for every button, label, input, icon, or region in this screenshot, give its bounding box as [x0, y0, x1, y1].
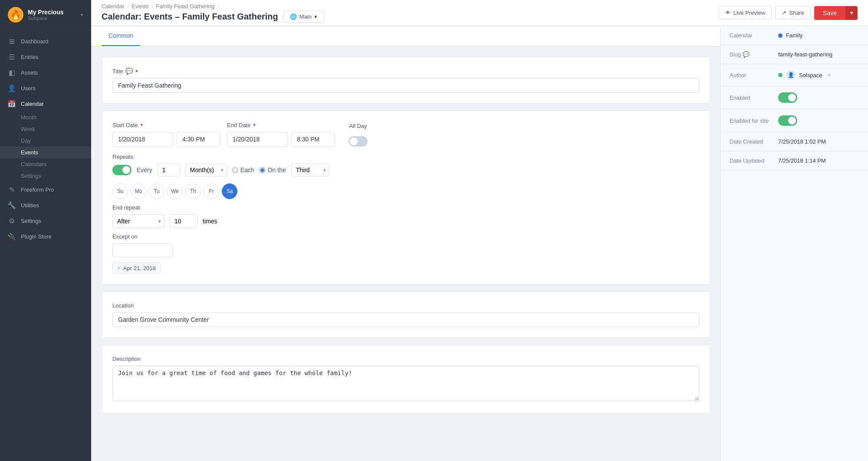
sidebar-item-label: Settings [21, 218, 83, 224]
end-date-input[interactable] [227, 132, 288, 147]
entries-icon: ☰ [8, 53, 16, 61]
utilities-icon: 🔧 [8, 201, 16, 209]
title-input[interactable] [112, 78, 699, 93]
start-time-input[interactable] [177, 132, 220, 147]
slug-field-value: family-feast-gathering [778, 51, 832, 58]
save-button[interactable]: Save [814, 6, 845, 20]
third-select[interactable]: First Second Third Fourth Last [291, 163, 329, 177]
breadcrumb-sep: › [127, 3, 129, 10]
sidebar-item-day[interactable]: Day [21, 135, 91, 147]
day-btn-su[interactable]: Su [112, 183, 128, 199]
author-row: Author 👤 Solspace × [721, 64, 868, 86]
page-title-area: Calendar: Events – Family Feast Gatherin… [102, 10, 712, 23]
enabled-for-site-toggle[interactable] [778, 115, 797, 126]
end-time-input[interactable] [291, 132, 335, 147]
tabs: Common [91, 26, 720, 46]
date-created-label: Date Created [730, 138, 773, 145]
sidebar-item-label: Freeform Pro [21, 186, 83, 193]
topbar: Calendar › Events › Family Feast Gatheri… [91, 0, 868, 26]
assets-icon: ◧ [8, 69, 16, 76]
remove-except-tag-button[interactable]: × [117, 265, 121, 271]
enabled-field-label: Enabled [730, 95, 773, 101]
sidebar-item-utilities[interactable]: 🔧 Utilities [0, 197, 91, 213]
day-btn-th[interactable]: Th [185, 183, 201, 199]
sidebar-item-calendars[interactable]: Calendars [21, 158, 91, 170]
slug-info-icon[interactable]: 💬 [743, 51, 750, 58]
times-input[interactable] [170, 214, 197, 228]
date-created-row: Date Created 7/25/2018 1:02 PM [721, 132, 868, 151]
on-the-radio-label[interactable]: On the [260, 167, 286, 173]
live-preview-button[interactable]: 👁 Live Preview [719, 6, 772, 20]
dashboard-icon: ⊞ [8, 37, 16, 45]
author-online-dot [778, 73, 783, 77]
sidebar-item-users[interactable]: 👤 Users [0, 80, 91, 96]
slug-row: Slug 💬 family-feast-gathering [721, 45, 868, 64]
sidebar-item-assets[interactable]: ◧ Assets [0, 65, 91, 80]
tab-common[interactable]: Common [102, 26, 140, 46]
save-dropdown-button[interactable]: ▾ [845, 6, 858, 20]
form-area: Common Title 💬 • [91, 26, 720, 461]
calendar-field-value: Family [778, 32, 802, 39]
breadcrumb-calendar[interactable]: Calendar [102, 3, 125, 10]
allday-toggle[interactable] [349, 136, 368, 147]
freeform-icon: ✎ [8, 186, 16, 193]
each-radio[interactable] [232, 167, 238, 173]
start-date-label: Start Date • [112, 121, 220, 128]
title-label: Title 💬 • [112, 68, 699, 75]
sidebar-item-freeform[interactable]: ✎ Freeform Pro [0, 182, 91, 197]
end-repeat-label: End repeat [112, 204, 699, 211]
breadcrumb-events[interactable]: Events [132, 3, 149, 10]
location-input[interactable] [112, 312, 699, 327]
enabled-toggle[interactable] [778, 92, 797, 103]
end-date-group: End Date • [227, 121, 335, 147]
sidebar-item-calendar[interactable]: 📅 Calendar [0, 96, 91, 111]
except-on-input[interactable] [112, 243, 173, 257]
each-radio-label[interactable]: Each [232, 167, 254, 173]
on-the-radio[interactable] [260, 167, 265, 173]
date-updated-label: Date Updated [730, 157, 773, 164]
sidebar-item-plugin-store[interactable]: 🔌 Plugin Store [0, 229, 91, 244]
sidebar-item-month[interactable]: Month [21, 111, 91, 123]
breadcrumb-current[interactable]: Family Feast Gathering [156, 3, 214, 10]
sidebar-item-settings-cal[interactable]: Settings [21, 170, 91, 182]
date-row: Start Date • End Date • [112, 121, 699, 147]
author-name: Solspace [799, 72, 822, 78]
end-repeat-select-wrapper: After On Date Never [112, 214, 164, 228]
repeats-toggle[interactable] [112, 165, 132, 175]
end-date-label: End Date • [227, 121, 335, 128]
day-btn-mo[interactable]: Mo [131, 183, 146, 199]
app-name: My Precious [28, 9, 63, 16]
start-date-input[interactable] [112, 132, 173, 147]
sidebar-item-label: Assets [21, 69, 83, 76]
right-panel: Calendar Family Slug 💬 family-feast-gath… [720, 26, 868, 461]
save-button-group: Save ▾ [814, 6, 858, 20]
description-input[interactable]: Join us for a great time of food and gam… [112, 366, 699, 401]
page-title: Calendar: Events – Family Feast Gatherin… [102, 12, 278, 22]
enabled-for-site-label: Enabled for site [730, 118, 773, 124]
slug-value: family-feast-gathering [778, 51, 832, 58]
except-input-wrapper: 📅 [112, 243, 173, 257]
sidebar-item-entries[interactable]: ☰ Entries [0, 49, 91, 65]
sidebar-item-week[interactable]: Week [21, 123, 91, 135]
day-btn-sa[interactable]: Sa [222, 183, 237, 199]
sidebar-nav: ⊞ Dashboard ☰ Entries ◧ Assets 👤 Users 📅… [0, 30, 91, 461]
day-btn-tu[interactable]: Tu [149, 183, 164, 199]
app-logo[interactable]: 🔥 My Precious Solspace ▾ [0, 0, 91, 30]
end-repeat-select[interactable]: After On Date Never [112, 214, 164, 228]
sidebar-item-label: Calendar [21, 101, 83, 107]
remove-author-button[interactable]: × [827, 72, 831, 78]
toggle-slider [778, 92, 797, 103]
sidebar-item-dashboard[interactable]: ⊞ Dashboard [0, 33, 91, 49]
main-button[interactable]: 🌐 Main ▾ [283, 10, 324, 23]
every-input[interactable] [158, 163, 180, 177]
sidebar-item-settings[interactable]: ⚙ Settings [0, 213, 91, 229]
info-icon[interactable]: 💬 [125, 68, 133, 75]
frequency-select[interactable]: Month(s) Day(s) Week(s) Year(s) [185, 163, 227, 177]
toggle-slider [778, 115, 797, 126]
share-button[interactable]: ↗ Share [775, 6, 811, 20]
day-btn-we[interactable]: We [167, 183, 183, 199]
sidebar-item-events[interactable]: Events [0, 147, 91, 158]
except-tag-value: Apr 21, 2018 [123, 265, 155, 271]
day-btn-fr[interactable]: Fr [204, 183, 219, 199]
settings-icon: ⚙ [8, 217, 16, 225]
